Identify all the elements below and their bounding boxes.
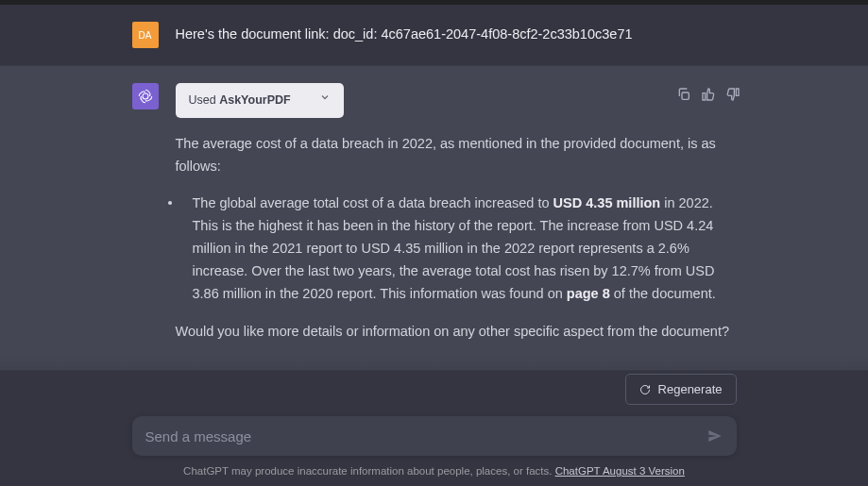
composer-area: Regenerate ChatGPT may produce inaccurat… [0, 355, 868, 486]
openai-logo-icon [137, 88, 154, 105]
assistant-followup-text: Would you like more details or informati… [176, 321, 737, 344]
assistant-bullet-item: The global average total cost of a data … [176, 193, 737, 306]
user-message-row: DA Here's the document link: doc_id: 4c6… [0, 5, 868, 65]
message-input[interactable] [145, 428, 706, 444]
version-link[interactable]: ChatGPT August 3 Version [555, 465, 685, 477]
send-icon [706, 427, 723, 444]
user-message-text: Here's the document link: doc_id: 4c67ae… [176, 22, 633, 45]
plugin-used-chip[interactable]: Used AskYourPDF [176, 83, 344, 118]
message-input-container[interactable] [132, 416, 737, 456]
svg-point-0 [143, 93, 148, 99]
send-button[interactable] [706, 427, 723, 444]
regenerate-label: Regenerate [658, 382, 723, 396]
thumbs-up-icon[interactable] [701, 87, 716, 102]
message-actions [676, 87, 740, 102]
plugin-chip-label: Used AskYourPDF [189, 91, 291, 110]
assistant-message-row: Used AskYourPDF The average cost of a da… [0, 65, 868, 371]
regenerate-button[interactable]: Regenerate [625, 374, 737, 405]
thumbs-down-icon[interactable] [725, 87, 740, 102]
assistant-intro-text: The average cost of a data breach in 202… [176, 133, 737, 178]
chevron-down-icon [319, 91, 331, 109]
footer-disclaimer: ChatGPT may produce inaccurate informati… [0, 465, 868, 477]
svg-rect-1 [682, 92, 689, 99]
copy-icon[interactable] [676, 87, 691, 102]
user-avatar: DA [132, 22, 159, 48]
refresh-icon [639, 384, 651, 395]
assistant-avatar [132, 83, 159, 109]
